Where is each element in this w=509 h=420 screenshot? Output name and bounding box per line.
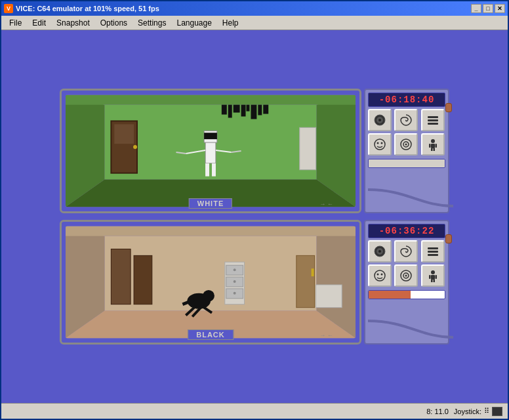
white-ctrl-btn-2[interactable] — [394, 109, 418, 131]
titlebar: V VICE: C64 emulator at 101% speed, 51 f… — [1, 1, 508, 16]
svg-point-34 — [377, 142, 379, 144]
white-label: WHITE — [189, 198, 232, 209]
svg-rect-25 — [258, 105, 262, 116]
white-knob — [445, 103, 452, 112]
svg-point-59 — [234, 292, 236, 295]
svg-rect-60 — [296, 255, 315, 307]
svg-rect-86 — [435, 275, 437, 279]
svg-rect-17 — [205, 163, 209, 177]
white-player-panel: WHITE → ← -06:18:40 — [60, 89, 449, 213]
svg-rect-84 — [433, 280, 435, 282]
svg-rect-22 — [241, 105, 246, 117]
white-side-panel: -06:18:40 — [364, 89, 449, 213]
window-title: VICE: C64 emulator at 101% speed, 51 fps — [16, 5, 159, 12]
black-game-scene — [66, 226, 356, 339]
white-ctrl-btn-1[interactable] — [368, 109, 392, 131]
svg-rect-44 — [435, 144, 437, 148]
svg-point-39 — [431, 139, 435, 143]
white-controls-row1 — [368, 109, 445, 156]
titlebar-buttons: _ □ ✕ — [471, 4, 505, 13]
svg-point-71 — [378, 250, 381, 253]
black-ctrl-btn-5[interactable] — [394, 264, 418, 287]
svg-rect-12 — [204, 133, 217, 139]
black-ctrl-btn-6[interactable] — [421, 264, 445, 287]
svg-rect-62 — [316, 285, 342, 308]
white-screen-container: WHITE → ← — [60, 89, 361, 213]
titlebar-left: V VICE: C64 emulator at 101% speed, 51 f… — [4, 4, 159, 13]
svg-rect-18 — [212, 163, 216, 177]
svg-point-58 — [234, 280, 236, 283]
svg-rect-30 — [428, 116, 438, 118]
svg-point-8 — [133, 145, 137, 149]
menu-file[interactable]: File — [4, 17, 27, 29]
svg-point-33 — [375, 139, 385, 150]
svg-rect-40 — [431, 144, 435, 148]
black-controls-row1 — [368, 240, 445, 287]
version-item: 8: 11.0 — [426, 408, 449, 415]
black-side-panel: -06:36:22 — [364, 220, 449, 345]
svg-rect-10 — [205, 140, 216, 163]
menu-options[interactable]: Options — [95, 17, 132, 29]
svg-point-81 — [431, 270, 435, 274]
svg-rect-43 — [429, 144, 431, 148]
svg-rect-74 — [428, 254, 438, 256]
joystick-label: Joystick: — [454, 408, 481, 415]
svg-rect-83 — [431, 280, 433, 282]
svg-rect-26 — [263, 105, 268, 114]
menu-edit[interactable]: Edit — [27, 17, 51, 29]
black-ctrl-btn-4[interactable] — [368, 264, 392, 287]
svg-rect-73 — [428, 251, 438, 253]
statusbar: 8: 11.0 Joystick: ⠿ — [1, 403, 508, 419]
white-ctrl-btn-6[interactable] — [421, 133, 445, 156]
svg-point-77 — [381, 274, 383, 276]
svg-point-35 — [381, 142, 383, 144]
close-button[interactable]: ✕ — [495, 4, 505, 13]
black-timer: -06:36:22 — [368, 224, 445, 238]
joystick-item: Joystick: ⠿ — [454, 407, 502, 416]
svg-rect-9 — [300, 127, 316, 169]
svg-point-38 — [405, 144, 407, 146]
svg-rect-5 — [66, 95, 356, 105]
main-window: V VICE: C64 emulator at 101% speed, 51 f… — [0, 0, 509, 420]
menu-help[interactable]: Help — [217, 17, 244, 29]
svg-rect-61 — [312, 268, 314, 276]
svg-rect-21 — [234, 105, 240, 113]
svg-rect-24 — [251, 105, 256, 119]
white-ctrl-btn-5[interactable] — [394, 133, 418, 156]
svg-rect-31 — [428, 119, 438, 121]
svg-rect-52 — [134, 255, 152, 304]
menubar: File Edit Snapshot Options Settings Lang… — [1, 16, 508, 30]
svg-rect-7 — [114, 124, 134, 144]
white-game-scene — [66, 94, 356, 207]
black-cable — [368, 314, 453, 341]
game-area: WHITE → ← -06:18:40 — [1, 30, 508, 403]
white-health-fill — [369, 159, 445, 167]
svg-rect-72 — [428, 247, 438, 249]
black-ctrl-btn-2[interactable] — [394, 240, 418, 262]
white-timer: -06:18:40 — [368, 93, 445, 107]
menu-settings[interactable]: Settings — [132, 17, 171, 29]
black-ctrl-btn-3[interactable] — [421, 240, 445, 262]
white-arrows-right: → ← — [319, 201, 333, 207]
svg-rect-20 — [228, 105, 232, 118]
black-screen-container: BLACK → ← — [60, 220, 361, 345]
svg-point-29 — [378, 119, 381, 121]
white-ctrl-btn-3[interactable] — [421, 109, 445, 131]
menu-snapshot[interactable]: Snapshot — [51, 17, 95, 29]
svg-rect-51 — [111, 249, 131, 304]
minimize-button[interactable]: _ — [471, 4, 481, 13]
svg-rect-85 — [429, 275, 431, 279]
svg-rect-41 — [431, 148, 433, 151]
svg-point-57 — [234, 268, 236, 271]
svg-rect-50 — [66, 226, 356, 236]
black-knob — [445, 234, 452, 243]
svg-rect-82 — [431, 275, 435, 280]
white-ctrl-btn-4[interactable] — [368, 133, 392, 156]
joystick-indicator — [492, 407, 502, 416]
maximize-button[interactable]: □ — [483, 4, 493, 13]
black-ctrl-btn-1[interactable] — [368, 240, 392, 262]
black-health-bar — [368, 290, 445, 299]
svg-rect-19 — [222, 105, 227, 115]
menu-language[interactable]: Language — [171, 17, 216, 29]
svg-rect-23 — [247, 105, 250, 112]
